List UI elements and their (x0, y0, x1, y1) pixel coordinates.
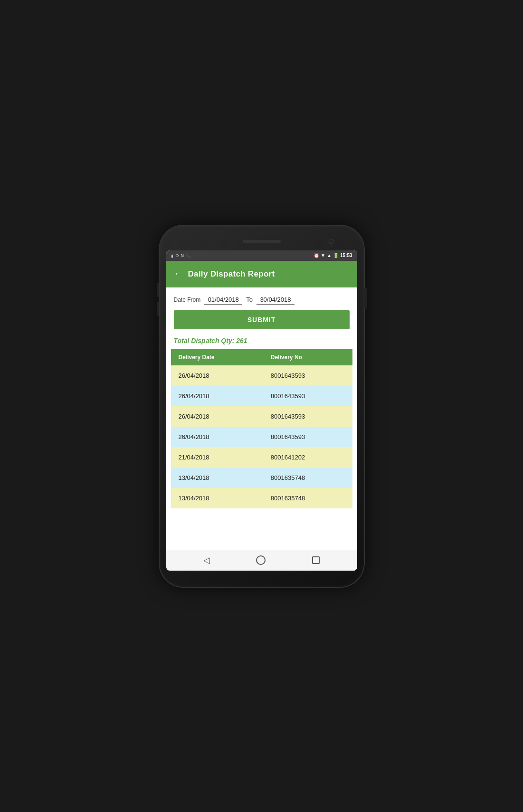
cell-delivery-date: 13/04/2018 (171, 488, 263, 508)
date-from-label: Date From (174, 296, 201, 303)
col-header-delivery-no: Delivery No (263, 349, 352, 365)
signal-icon: ▲ (327, 253, 332, 258)
battery-icon: 🔋 (333, 253, 339, 258)
status-icon-phone: 📞 (186, 253, 191, 258)
bottom-navigation: ◁ (166, 550, 357, 571)
content-area: Date From 01/04/2018 To 30/04/2018 SUBMI… (166, 287, 357, 550)
cell-delivery-no: 8001643593 (263, 406, 352, 427)
date-from-input[interactable]: 01/04/2018 (204, 295, 242, 305)
clock-display: 15:53 (340, 253, 352, 258)
phone-top-bar (166, 234, 357, 248)
cell-delivery-no: 8001643593 (263, 427, 352, 447)
cell-delivery-date: 26/04/2018 (171, 427, 263, 447)
cell-delivery-date: 26/04/2018 (171, 386, 263, 406)
table-row: 26/04/2018 8001643593 (171, 427, 352, 447)
date-to-input[interactable]: 30/04/2018 (257, 295, 295, 305)
volume-down-button[interactable] (157, 302, 159, 316)
table-row: 13/04/2018 8001635748 (171, 468, 352, 488)
cell-delivery-date: 26/04/2018 (171, 406, 263, 427)
back-button[interactable]: ← (174, 269, 182, 279)
status-icon-whatsapp: ⊙ (175, 253, 179, 258)
cell-delivery-no: 8001635748 (263, 468, 352, 488)
status-bar: g ⊙ N 📞 ⏰ ▼ ▲ 🔋 15:53 (166, 250, 357, 261)
cell-delivery-no: 8001643593 (263, 365, 352, 386)
cell-delivery-date: 26/04/2018 (171, 365, 263, 386)
cell-delivery-date: 13/04/2018 (171, 468, 263, 488)
front-camera (329, 239, 333, 244)
table-row: 26/04/2018 8001643593 (171, 406, 352, 427)
submit-button[interactable]: SUBMIT (174, 310, 350, 329)
app-title: Daily Dispatch Report (188, 269, 275, 279)
table-row: 21/04/2018 8001641202 (171, 447, 352, 468)
cell-delivery-no: 8001643593 (263, 386, 352, 406)
back-nav-button[interactable]: ◁ (203, 555, 210, 565)
app-bar: ← Daily Dispatch Report (166, 261, 357, 287)
status-icon-n: N (181, 253, 184, 258)
recents-nav-button[interactable] (312, 556, 320, 564)
date-filter-row: Date From 01/04/2018 To 30/04/2018 (166, 287, 357, 310)
cell-delivery-no: 8001641202 (263, 447, 352, 468)
speaker (243, 240, 281, 243)
cell-delivery-date: 21/04/2018 (171, 447, 263, 468)
submit-wrap: SUBMIT (166, 310, 357, 335)
phone-bottom (166, 571, 357, 578)
phone-device: g ⊙ N 📞 ⏰ ▼ ▲ 🔋 15:53 ← Daily Dispatch R… (160, 226, 364, 587)
cell-delivery-no: 8001635748 (263, 488, 352, 508)
volume-up-button[interactable] (157, 283, 159, 297)
dispatch-table: Delivery Date Delivery No 26/04/2018 800… (171, 349, 352, 508)
total-dispatch-qty: Total Dispatch Qty: 261 (166, 335, 357, 349)
status-right-icons: ⏰ ▼ ▲ 🔋 15:53 (314, 253, 352, 258)
wifi-icon: ▼ (321, 253, 325, 258)
table-row: 13/04/2018 8001635748 (171, 488, 352, 508)
status-left-icons: g ⊙ N 📞 (171, 253, 191, 258)
alarm-icon: ⏰ (314, 253, 319, 258)
table-row: 26/04/2018 8001643593 (171, 365, 352, 386)
status-icon-g: g (171, 253, 173, 258)
to-label: To (246, 296, 253, 303)
home-nav-button[interactable] (256, 555, 266, 565)
table-header-row: Delivery Date Delivery No (171, 349, 352, 365)
col-header-delivery-date: Delivery Date (171, 349, 263, 365)
phone-screen: g ⊙ N 📞 ⏰ ▼ ▲ 🔋 15:53 ← Daily Dispatch R… (166, 250, 357, 571)
table-row: 26/04/2018 8001643593 (171, 386, 352, 406)
power-button[interactable] (364, 287, 367, 309)
